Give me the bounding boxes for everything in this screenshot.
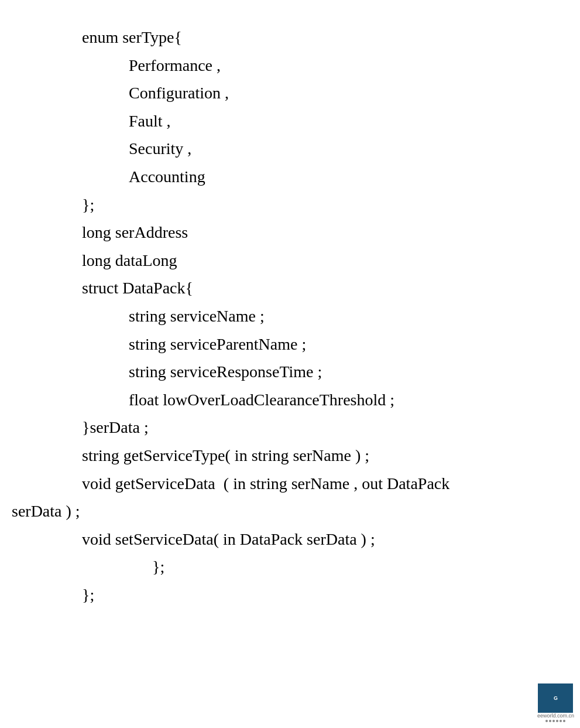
watermark-logo: G — [538, 683, 573, 713]
code-line-10: struct DataPack{ — [12, 274, 557, 302]
code-line-16: string getServiceType( in string serName… — [12, 442, 557, 470]
code-block: enum serType{Performance ,Configuration … — [0, 12, 580, 620]
code-line-13: string serviceResponseTime ; — [12, 358, 557, 386]
watermark-dots — [545, 720, 565, 722]
code-line-12: string serviceParentName ; — [12, 330, 557, 358]
watermark-site: eeworld.com.cn — [537, 713, 574, 719]
code-line-5: Security , — [12, 135, 557, 163]
code-line-21: }; — [12, 581, 557, 609]
code-line-19: void setServiceData( in DataPack serData… — [12, 525, 557, 553]
code-line-1: enum serType{ — [12, 23, 557, 52]
code-line-3: Configuration , — [12, 79, 557, 107]
code-line-18: serData ) ; — [12, 497, 557, 525]
dot6 — [563, 720, 565, 722]
code-line-15: }serData ; — [12, 413, 557, 442]
code-line-9: long dataLong — [12, 247, 557, 275]
code-line-8: long serAddress — [12, 218, 557, 247]
dot2 — [549, 720, 551, 722]
code-line-20: }; — [12, 553, 557, 581]
code-line-11: string serviceName ; — [12, 302, 557, 330]
code-line-14: float lowOverLoadClearanceThreshold ; — [12, 386, 557, 414]
code-line-6: Accounting — [12, 163, 557, 191]
watermark: G eeworld.com.cn — [537, 683, 574, 722]
code-line-4: Fault , — [12, 107, 557, 135]
dot1 — [545, 720, 548, 722]
dot4 — [556, 720, 558, 722]
watermark-icon-text: G — [554, 695, 558, 701]
dot5 — [560, 720, 562, 722]
code-line-17: void getServiceData ( in string serName … — [12, 470, 557, 498]
dot3 — [552, 720, 555, 722]
code-line-7: }; — [12, 191, 557, 219]
code-line-2: Performance , — [12, 52, 557, 80]
